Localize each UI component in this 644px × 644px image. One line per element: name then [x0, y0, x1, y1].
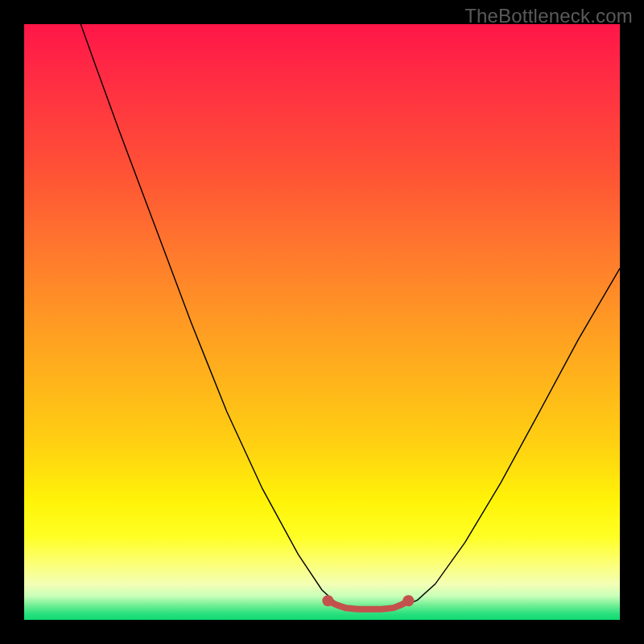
chart-frame: TheBottleneck.com: [0, 0, 644, 644]
bottom-marker-line: [328, 601, 408, 609]
curve-svg: [24, 24, 620, 620]
watermark-text: TheBottleneck.com: [464, 5, 633, 27]
bottleneck-curve: [80, 24, 620, 610]
plot-area: [24, 24, 620, 620]
marker-end-dot: [322, 595, 333, 606]
marker-end-dot: [402, 595, 414, 606]
